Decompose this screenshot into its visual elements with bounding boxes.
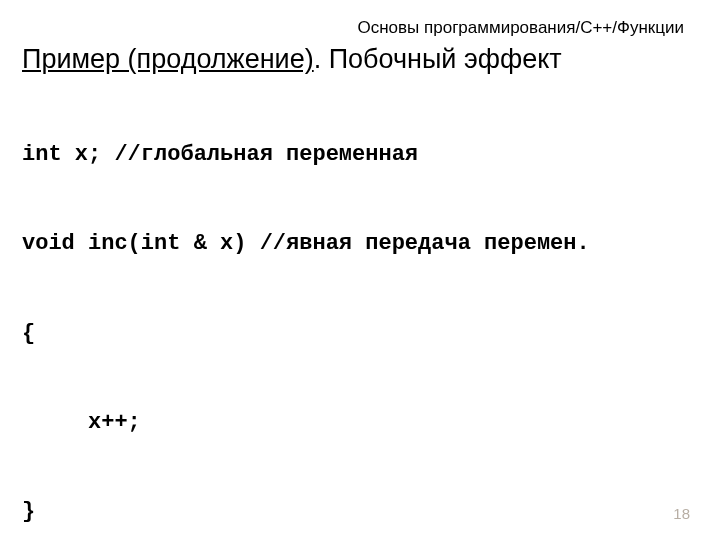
code-block: int x; //глобальная переменная void inc(… [22, 81, 688, 540]
title-underlined: Пример (продолжение) [22, 44, 314, 74]
slide-header: Основы программирования/C++/Функции [22, 18, 688, 38]
code-line: int x; //глобальная переменная [22, 140, 688, 170]
code-line: { [22, 319, 688, 349]
code-line: } [22, 497, 688, 527]
title-rest: . Побочный эффект [314, 44, 562, 74]
code-line: void inc(int & x) //явная передача перем… [22, 229, 688, 259]
code-line: x++; [22, 408, 688, 438]
page-number: 18 [673, 505, 690, 522]
slide-title: Пример (продолжение). Побочный эффект [22, 44, 688, 75]
